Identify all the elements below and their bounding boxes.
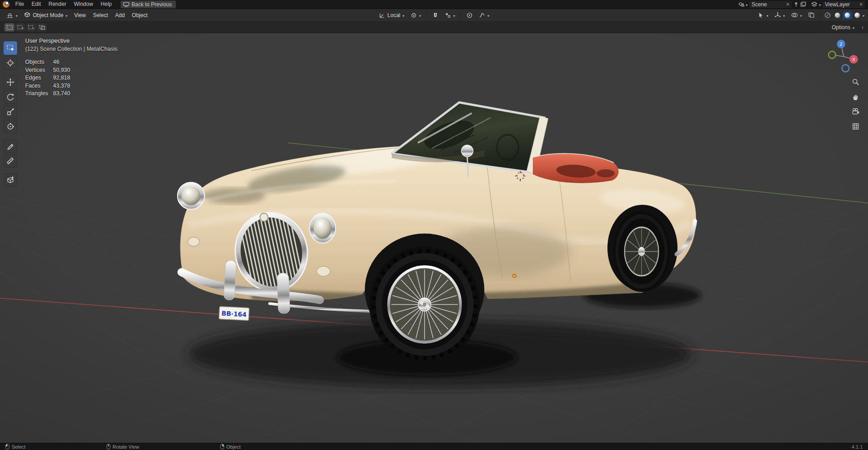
stat-label: Triangles xyxy=(25,90,53,98)
view-perspective-label: User Perspective xyxy=(25,37,117,45)
new-scene-icon[interactable] xyxy=(800,1,806,7)
hint-select: Select xyxy=(5,444,26,450)
menu-edit[interactable]: Edit xyxy=(28,0,44,8)
menu-help[interactable]: Help xyxy=(97,0,115,8)
viewport-canvas[interactable]: BB·164 xyxy=(0,33,868,443)
viewlayer-selector[interactable]: ViewLayer xyxy=(822,0,865,9)
back-to-previous-button[interactable]: Back to Previous xyxy=(120,0,176,9)
tool-scale[interactable] xyxy=(4,105,17,119)
scene-selector[interactable]: Scene xyxy=(749,0,792,9)
menu-window[interactable]: Window xyxy=(70,0,97,8)
shading-solid-button[interactable] xyxy=(833,11,842,19)
orientation-label: Local xyxy=(387,12,400,18)
tool-shelf xyxy=(4,41,17,187)
chevron-down-icon xyxy=(800,12,802,18)
back-to-previous-label: Back to Previous xyxy=(132,1,172,8)
shading-rendered-button[interactable] xyxy=(853,11,862,19)
chevron-down-icon xyxy=(419,12,421,18)
scene-statistics: Objects46 Vertices50,930 Edges92,818 Fac… xyxy=(25,58,117,98)
material-sphere-icon xyxy=(845,13,850,18)
tool-measure[interactable] xyxy=(4,154,17,168)
chevron-down-icon[interactable] xyxy=(819,1,821,8)
mode-dropdown[interactable]: Object Mode xyxy=(21,11,70,19)
menu-render[interactable]: Render xyxy=(45,0,70,8)
blender-logo[interactable] xyxy=(3,1,9,8)
pivot-point-dropdown[interactable] xyxy=(408,11,424,19)
solid-sphere-icon xyxy=(835,13,840,18)
tool-separator xyxy=(4,169,17,172)
viewlayer-icon[interactable] xyxy=(811,1,818,7)
menu-object[interactable]: Object xyxy=(129,11,151,19)
hint-label: Rotate View xyxy=(113,444,139,450)
tool-transform[interactable] xyxy=(4,120,17,133)
tool-separator xyxy=(4,71,17,74)
proportional-editing-toggle[interactable] xyxy=(464,11,475,19)
shading-dropdown-icon[interactable] xyxy=(863,12,864,18)
navigation-gizmo[interactable]: Z X xyxy=(826,36,862,74)
viewport-info-overlay: User Perspective (122) Scene Collection … xyxy=(25,37,117,98)
sidebar-expand-icon[interactable] xyxy=(862,24,864,31)
select-mode-subtract-button[interactable] xyxy=(26,23,36,31)
pin-icon[interactable] xyxy=(793,1,799,7)
stat-label: Objects xyxy=(25,58,53,66)
hint-object: Object xyxy=(220,444,241,450)
tool-options-dropdown[interactable]: Options xyxy=(828,23,858,31)
divider xyxy=(820,12,820,19)
tool-annotate[interactable] xyxy=(4,139,17,153)
xray-toggle[interactable] xyxy=(806,11,817,19)
menu-select[interactable]: Select xyxy=(90,11,111,19)
stat-row: Edges92,818 xyxy=(25,74,117,82)
remove-viewlayer-icon[interactable] xyxy=(859,1,863,8)
version-label: 4.1.1 xyxy=(852,444,863,450)
snap-settings-dropdown[interactable] xyxy=(442,11,458,19)
proportional-falloff-dropdown[interactable] xyxy=(476,11,492,19)
tool-move[interactable] xyxy=(4,75,17,89)
mode-label: Object Mode xyxy=(33,12,63,18)
gizmo-y-axis xyxy=(828,51,836,58)
view-controls xyxy=(850,76,861,132)
viewport-3d[interactable]: BB·164 xyxy=(0,33,868,443)
chevron-down-icon xyxy=(487,12,489,18)
unlink-scene-icon[interactable] xyxy=(786,1,789,8)
display-cluster xyxy=(755,11,864,19)
ortho-toggle-button[interactable] xyxy=(850,121,861,132)
options-label: Options xyxy=(832,24,850,31)
scene-browse-icon[interactable] xyxy=(738,1,744,8)
chevron-down-icon xyxy=(783,12,785,18)
select-mode-extend-button[interactable] xyxy=(15,23,25,31)
tool-separator xyxy=(4,135,17,138)
menu-view[interactable]: View xyxy=(71,11,89,19)
pan-hand-button[interactable] xyxy=(850,91,861,102)
snap-toggle[interactable] xyxy=(430,11,441,19)
tool-cursor[interactable] xyxy=(4,56,17,70)
viewport-vignette xyxy=(0,33,868,443)
snap-cluster: Local xyxy=(376,11,492,19)
stat-value: 50,930 xyxy=(53,66,70,75)
menu-add[interactable]: Add xyxy=(112,11,128,19)
stat-label: Edges xyxy=(25,74,53,82)
stat-label: Faces xyxy=(25,82,53,90)
svg-text:Z: Z xyxy=(840,42,843,47)
menu-file[interactable]: File xyxy=(12,0,27,8)
stat-value: 43,378 xyxy=(53,82,70,90)
tool-select-box[interactable] xyxy=(4,41,17,55)
overlays-dropdown[interactable] xyxy=(788,11,805,19)
tool-add-cube[interactable] xyxy=(4,173,17,187)
stat-value: 92,818 xyxy=(53,74,70,82)
object-visibility-dropdown[interactable] xyxy=(755,11,771,19)
divider xyxy=(461,12,461,19)
stat-value: 46 xyxy=(53,58,59,66)
shading-wireframe-button[interactable] xyxy=(823,11,832,19)
shading-material-preview-button[interactable] xyxy=(843,11,852,19)
select-mode-new-button[interactable] xyxy=(4,23,14,31)
select-mode-intersect-button[interactable] xyxy=(37,23,47,31)
camera-view-button[interactable] xyxy=(850,106,861,117)
gizmo-neg-z-axis xyxy=(842,65,849,72)
hint-label: Select xyxy=(12,444,26,450)
gizmos-dropdown[interactable] xyxy=(772,11,788,19)
chevron-down-icon[interactable] xyxy=(746,1,748,8)
tool-rotate[interactable] xyxy=(4,90,17,104)
transform-orientation-dropdown[interactable]: Local xyxy=(376,11,407,19)
zoom-button[interactable] xyxy=(850,76,861,87)
editor-type-dropdown[interactable] xyxy=(4,11,20,19)
